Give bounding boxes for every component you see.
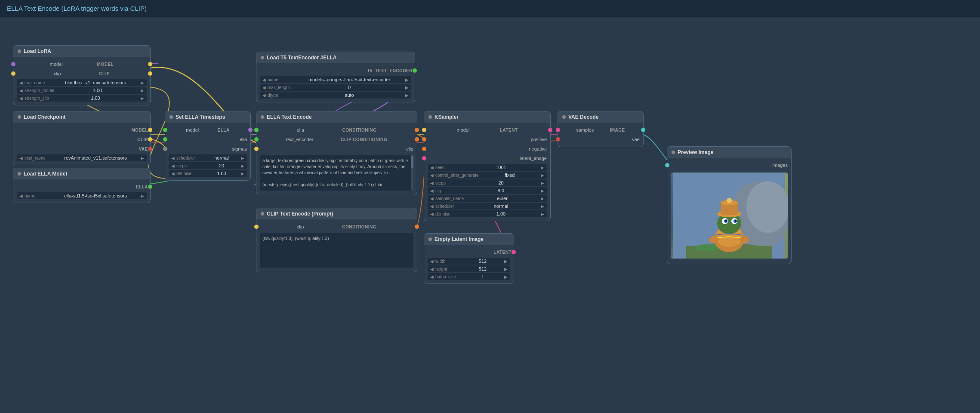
t5-name-right[interactable]: ▶ [405, 77, 409, 82]
vae-samples-row: samples IMAGE [558, 125, 643, 135]
cfg-right[interactable]: ▶ [541, 188, 544, 193]
vae-decode-status-dot [562, 115, 566, 119]
width-left[interactable]: ◀ [430, 259, 434, 264]
scheduler-left[interactable]: ◀ [171, 156, 175, 160]
set-ella-model-label: model [186, 127, 199, 133]
t5-dtype-control[interactable]: ◀ dtype auto ▶ [260, 92, 411, 99]
ella-name-right-arrow[interactable]: ▶ [141, 194, 144, 198]
ella-text-encode-header: ELLA Text Encode [256, 111, 417, 123]
ks-steps-value: 20 [463, 180, 539, 185]
ks-steps-left[interactable]: ◀ [430, 181, 434, 185]
strength-clip-right-arrow[interactable]: ▶ [141, 96, 144, 101]
lora-name-left-arrow[interactable]: ◀ [19, 80, 23, 85]
ksampler-negative-dot [422, 147, 426, 151]
height-right[interactable]: ▶ [504, 267, 508, 271]
load-lora-header: Load LoRA [13, 46, 150, 57]
seed-left[interactable]: ◀ [430, 165, 434, 170]
ks-steps-right[interactable]: ▶ [541, 181, 544, 185]
cag-left[interactable]: ◀ [430, 173, 434, 178]
cfg-left[interactable]: ◀ [430, 188, 434, 193]
t5-dtype-left[interactable]: ◀ [262, 93, 266, 98]
ksampler-header: KSampler [424, 111, 550, 123]
lora-name-right-arrow[interactable]: ▶ [141, 80, 144, 85]
node-status-dot [18, 49, 21, 53]
title-bar: ELLA Text Encode (LoRA trigger words via… [0, 0, 980, 17]
ckpt-left-arrow[interactable]: ◀ [19, 156, 23, 160]
lora-name-control[interactable]: ◀ lora_name blindbox_v1_mix.safetensors … [17, 79, 147, 86]
ks-denoise-label: denoise [435, 212, 461, 216]
ella-text-content: a large, textured green crocodile lying … [262, 158, 408, 175]
strength-model-control[interactable]: ◀ strength_model 1.00 ▶ [17, 87, 147, 94]
vae-decode-body: samples IMAGE vae [558, 123, 643, 147]
preview-images-label: images [773, 163, 788, 168]
width-control[interactable]: ◀ width 512 ▶ [428, 258, 510, 265]
ella-name-control[interactable]: ◀ name ella-sd1.5-tsc-t5xl.safetensors ▶ [17, 192, 147, 199]
t5-maxlen-control[interactable]: ◀ max_length 0 ▶ [260, 84, 411, 91]
ella-encode-ella-dot [254, 128, 259, 132]
ks-sched-right[interactable]: ▶ [541, 204, 544, 209]
ckpt-name-control[interactable]: ◀ ckpt_name revAnimated_v11.safetensors … [17, 154, 147, 161]
set-steps-left[interactable]: ◀ [171, 163, 175, 168]
seed-right[interactable]: ▶ [541, 165, 544, 170]
ks-steps-control[interactable]: ◀ steps 20 ▶ [428, 179, 547, 186]
ksampler-negative-row: negative [424, 144, 550, 154]
ks-denoise-control[interactable]: ◀ denoise 1.00 ▶ [428, 210, 547, 217]
strength-clip-control[interactable]: ◀ strength_clip 1.00 ▶ [17, 95, 147, 102]
set-ella-sigmas-in: sigmas [165, 144, 250, 154]
vae-vae-row: vae [558, 135, 643, 144]
set-steps-right[interactable]: ▶ [241, 163, 244, 168]
sampler-name-control[interactable]: ◀ sampler_name euler ▶ [428, 195, 547, 202]
ks-denoise-right[interactable]: ▶ [541, 212, 544, 216]
clip-text-area[interactable]: (low quality:1.3), (worst quality:1.3) [260, 233, 413, 268]
ella-text-area[interactable]: a large, textured green crocodile lying … [260, 155, 413, 191]
t5-name-left[interactable]: ◀ [262, 77, 266, 82]
ks-denoise-left[interactable]: ◀ [430, 212, 434, 216]
preview-image-title: Preview Image [678, 149, 713, 155]
ella-encode-t5-label: text_encoder [286, 137, 314, 142]
ks-scheduler-control[interactable]: ◀ scheduler normal ▶ [428, 203, 547, 210]
width-right[interactable]: ▶ [504, 259, 508, 264]
cfg-control[interactable]: ◀ cfg 8.0 ▶ [428, 187, 547, 194]
strength-model-left-arrow[interactable]: ◀ [19, 88, 23, 93]
t5-maxlen-left[interactable]: ◀ [262, 85, 266, 90]
vae-decode-header: VAE Decode [558, 111, 643, 123]
ks-sched-left[interactable]: ◀ [430, 204, 434, 209]
set-steps-control[interactable]: ◀ steps 20 ▶ [169, 162, 247, 169]
set-denoise-label: denoise [176, 171, 202, 176]
model-in-label: model [50, 62, 63, 67]
seed-control[interactable]: ◀ seed 1001 ▶ [428, 164, 547, 171]
t5-name-control[interactable]: ◀ name models--google--flan-t5-xl-text-e… [260, 76, 411, 83]
ella-encode-status-dot [261, 115, 264, 119]
checkpoint-vae-dot [148, 147, 152, 151]
clip-encode-cond-label: CONDITIONING [342, 225, 376, 229]
batch-size-control[interactable]: ◀ batch_size 1 ▶ [428, 273, 510, 280]
ckpt-right-arrow[interactable]: ▶ [141, 156, 144, 160]
sampler-name-right[interactable]: ▶ [541, 196, 544, 201]
control-after-gen-control[interactable]: ◀ control_after_generate fixed ▶ [428, 172, 547, 179]
height-control[interactable]: ◀ height 512 ▶ [428, 265, 510, 272]
ella-name-left-arrow[interactable]: ◀ [19, 194, 23, 198]
batch-right[interactable]: ▶ [504, 274, 508, 279]
model-in-dot [11, 62, 15, 66]
strength-clip-left-arrow[interactable]: ◀ [19, 96, 23, 101]
strength-model-right-arrow[interactable]: ▶ [141, 88, 144, 93]
set-denoise-left[interactable]: ◀ [171, 171, 175, 176]
scheduler-right[interactable]: ▶ [241, 156, 244, 160]
scrollbar[interactable] [411, 155, 413, 191]
t5-dtype-right[interactable]: ▶ [405, 93, 409, 98]
ks-sched-value: normal [463, 203, 539, 209]
t5-maxlen-right[interactable]: ▶ [405, 85, 409, 90]
set-scheduler-control[interactable]: ◀ scheduler normal ▶ [169, 154, 247, 161]
cag-right[interactable]: ▶ [541, 173, 544, 178]
sampler-name-left[interactable]: ◀ [430, 196, 434, 201]
height-left[interactable]: ◀ [430, 267, 434, 271]
t5-out-label: T5_TEXT_ENCODER [260, 68, 413, 73]
checkpoint-model-row: MODEL [13, 125, 150, 135]
checkpoint-vae-row: VAE [13, 144, 150, 154]
batch-left[interactable]: ◀ [430, 274, 434, 279]
ksampler-positive-label: positive [531, 137, 547, 142]
set-ella-ella-dot [163, 137, 167, 142]
batch-label: batch_size [435, 274, 461, 279]
set-denoise-control[interactable]: ◀ denoise 1.00 ▶ [169, 170, 247, 177]
set-denoise-right[interactable]: ▶ [241, 171, 244, 176]
